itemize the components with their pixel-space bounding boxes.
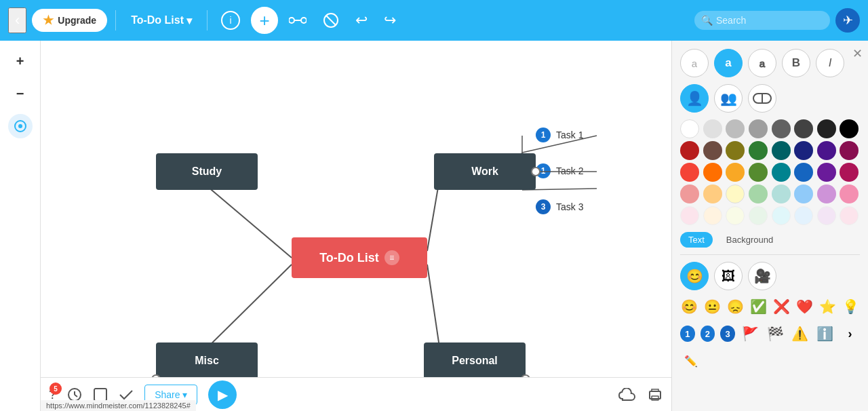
emoji-flag-red[interactable]: 🚩	[741, 323, 760, 345]
badge-3[interactable]: 3	[720, 326, 735, 342]
emoji-info[interactable]: ℹ️	[815, 323, 835, 345]
color-swatch[interactable]	[703, 163, 722, 182]
badge-1[interactable]: 1	[680, 326, 695, 342]
info-button[interactable]: i	[216, 8, 245, 33]
zoom-out-button[interactable]: −	[8, 81, 33, 106]
add-button[interactable]: +	[251, 7, 278, 34]
color-swatch[interactable]	[680, 119, 699, 138]
diagram-title[interactable]: To-Do List ▾	[124, 14, 199, 27]
pill-icon-button[interactable]	[748, 84, 776, 113]
emoji-x[interactable]: ❌	[773, 296, 791, 317]
emoji-more[interactable]: ›	[840, 323, 860, 345]
color-swatch[interactable]	[840, 141, 859, 160]
svg-point-1	[301, 18, 307, 23]
text-bold-button[interactable]: B	[782, 49, 810, 77]
upgrade-button[interactable]: ★ Upgrade	[32, 9, 107, 32]
avatar[interactable]: ✈	[835, 8, 860, 33]
color-swatch[interactable]	[680, 206, 699, 225]
emoji-flag-green[interactable]: 🏁	[766, 323, 785, 345]
play-button[interactable]: ▶	[208, 380, 237, 409]
text-italic-button[interactable]: I	[816, 49, 844, 77]
color-swatch[interactable]	[817, 163, 836, 182]
color-swatch[interactable]	[703, 141, 722, 160]
color-swatch[interactable]	[794, 119, 813, 138]
color-swatch[interactable]	[817, 184, 836, 203]
node-study[interactable]: Study	[156, 153, 258, 190]
color-swatch[interactable]	[794, 206, 813, 225]
center-button[interactable]	[8, 114, 33, 138]
task-1[interactable]: 1 Task 1	[536, 128, 583, 142]
panel-close-button[interactable]: ✕	[852, 46, 863, 61]
color-swatch[interactable]	[726, 163, 745, 182]
color-swatch[interactable]	[726, 119, 745, 138]
color-swatch[interactable]	[817, 141, 836, 160]
text-style-normal[interactable]: a	[714, 49, 743, 77]
color-swatch[interactable]	[749, 206, 768, 225]
badge-2[interactable]: 2	[701, 326, 715, 342]
color-swatch[interactable]	[680, 184, 699, 203]
emoji-check[interactable]: ✅	[749, 296, 767, 317]
search-wrapper: 🔍	[694, 11, 830, 30]
color-swatch[interactable]	[749, 163, 768, 182]
zoom-in-button[interactable]: +	[8, 49, 33, 73]
print-button[interactable]	[647, 387, 663, 403]
color-swatch[interactable]	[772, 141, 791, 160]
text-style-outline[interactable]: a	[748, 49, 776, 77]
center-node[interactable]: To-Do List ≡	[292, 237, 427, 278]
search-input[interactable]	[694, 11, 830, 30]
text-tab[interactable]: Text	[680, 232, 713, 248]
color-swatch[interactable]	[817, 206, 836, 225]
color-swatch[interactable]	[680, 163, 699, 182]
color-swatch[interactable]	[703, 206, 722, 225]
draw-icon[interactable]: ✏️	[680, 350, 702, 372]
color-swatch[interactable]	[703, 119, 722, 138]
color-swatch[interactable]	[772, 206, 791, 225]
background-tab[interactable]: Background	[718, 232, 781, 248]
color-swatch[interactable]	[840, 163, 859, 182]
emoji-bulb[interactable]: 💡	[842, 296, 860, 317]
color-swatch[interactable]	[772, 119, 791, 138]
image-button[interactable]: 🖼	[714, 262, 743, 290]
connect-button[interactable]	[283, 11, 312, 30]
emoji-sad[interactable]: 😞	[726, 296, 744, 317]
task-2[interactable]: 1 Task 2	[536, 163, 583, 178]
color-swatch[interactable]	[726, 206, 745, 225]
block-button[interactable]	[317, 9, 344, 31]
node-misc[interactable]: Misc	[156, 342, 258, 379]
color-swatch[interactable]	[794, 141, 813, 160]
emoji-button[interactable]: 😊	[680, 262, 709, 290]
color-swatch[interactable]	[794, 163, 813, 182]
redo-button[interactable]: ↪	[378, 9, 401, 32]
color-swatch[interactable]	[726, 141, 745, 160]
color-swatch[interactable]	[726, 184, 745, 203]
node-work[interactable]: Work	[434, 153, 536, 190]
color-swatch[interactable]	[749, 184, 768, 203]
color-swatch[interactable]	[794, 184, 813, 203]
task-3[interactable]: 3 Task 3	[536, 199, 583, 214]
color-swatch[interactable]	[680, 141, 699, 160]
color-swatch[interactable]	[749, 141, 768, 160]
emoji-star[interactable]: ⭐	[819, 296, 837, 317]
text-bg-tabs: Text Background	[680, 232, 860, 248]
video-button[interactable]: 🎥	[748, 262, 776, 290]
check-button[interactable]	[119, 389, 134, 401]
color-swatch[interactable]	[749, 119, 768, 138]
group-icon-button[interactable]: 👥	[714, 84, 743, 113]
undo-button[interactable]: ↩	[350, 9, 373, 32]
color-swatch[interactable]	[840, 119, 859, 138]
text-style-light[interactable]: a	[680, 49, 709, 77]
emoji-happy[interactable]: 😊	[680, 296, 698, 317]
node-personal[interactable]: Personal	[424, 342, 526, 379]
color-swatch[interactable]	[703, 184, 722, 203]
color-swatch[interactable]	[840, 184, 859, 203]
color-swatch[interactable]	[840, 206, 859, 225]
emoji-heart[interactable]: ❤️	[796, 296, 814, 317]
color-swatch[interactable]	[772, 163, 791, 182]
emoji-warning[interactable]: ⚠️	[791, 323, 810, 345]
cloud-button[interactable]	[618, 388, 636, 402]
color-swatch[interactable]	[817, 119, 836, 138]
back-button[interactable]: ‹	[8, 7, 26, 33]
person-icon-button[interactable]: 👤	[680, 84, 709, 113]
color-swatch[interactable]	[772, 184, 791, 203]
emoji-neutral[interactable]: 😐	[703, 296, 721, 317]
